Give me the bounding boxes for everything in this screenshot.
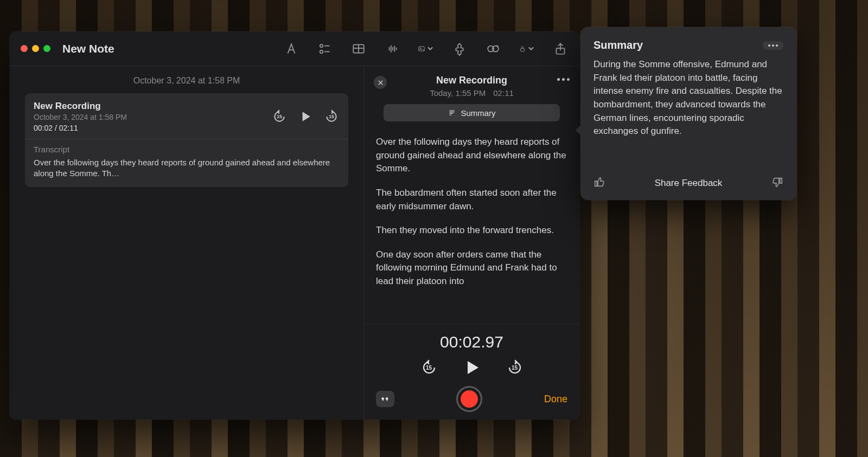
transcript-paragraph: Then they moved into the forward trenche… bbox=[376, 224, 567, 237]
transcript-paragraph: The bobardment often started soon after … bbox=[376, 186, 567, 213]
titlebar: New Note bbox=[10, 31, 579, 66]
recording-title: New Recording bbox=[34, 101, 271, 112]
skip-forward-15-button[interactable]: 15 bbox=[507, 359, 523, 376]
transcript-label: Transcript bbox=[34, 139, 340, 157]
playback-bar: 00:02.97 15 15 bbox=[364, 324, 579, 420]
skip-back-15-button[interactable]: 15 bbox=[271, 108, 288, 125]
share-icon[interactable] bbox=[552, 41, 569, 57]
thumbs-down-button[interactable] bbox=[771, 176, 783, 190]
recording-subtitle: October 3, 2024 at 1:58 PM bbox=[34, 113, 271, 121]
table-icon[interactable] bbox=[350, 41, 367, 57]
minimize-window-button[interactable] bbox=[32, 45, 39, 52]
panel-more-button[interactable] bbox=[557, 78, 570, 81]
checklist-icon[interactable] bbox=[317, 41, 333, 57]
done-button[interactable]: Done bbox=[544, 394, 567, 405]
recording-card[interactable]: New Recording October 3, 2024 at 1:58 PM… bbox=[25, 93, 348, 187]
recording-elapsed: 00:02 / 02:11 bbox=[34, 124, 271, 132]
thumbs-up-button[interactable] bbox=[593, 176, 605, 190]
link-icon[interactable] bbox=[485, 41, 501, 57]
note-date: October 3, 2024 at 1:58 PM bbox=[25, 76, 348, 86]
window-title: New Note bbox=[62, 42, 114, 55]
lock-icon[interactable] bbox=[519, 41, 535, 57]
zoom-window-button[interactable] bbox=[43, 45, 50, 52]
audio-panel: New Recording Today, 1:55 PM 02:11 Summa… bbox=[363, 66, 579, 420]
share-feedback-button[interactable]: Share Feedback bbox=[655, 178, 723, 189]
traffic-lights bbox=[21, 45, 50, 52]
play-button[interactable] bbox=[297, 108, 314, 125]
close-panel-button[interactable] bbox=[374, 76, 387, 89]
popover-more-button[interactable] bbox=[763, 41, 783, 50]
skip-forward-15-button[interactable]: 15 bbox=[323, 108, 340, 125]
svg-point-0 bbox=[320, 44, 323, 47]
transcript-paragraph: One day soon after orders came that the … bbox=[376, 248, 567, 288]
audio-title: New Recording bbox=[374, 75, 570, 86]
window-body: October 3, 2024 at 1:58 PM New Recording… bbox=[10, 66, 579, 420]
play-button[interactable] bbox=[463, 359, 481, 376]
close-window-button[interactable] bbox=[21, 45, 28, 52]
insert-quote-button[interactable] bbox=[376, 391, 394, 407]
popover-body: During the Somme offensive, Edmund and F… bbox=[593, 58, 783, 138]
toolbar bbox=[283, 41, 569, 57]
audio-date: Today, 1:55 PM bbox=[430, 88, 486, 98]
transcript-paragraph: Over the following days they heard repor… bbox=[376, 136, 567, 176]
transcript-body[interactable]: Over the following days they heard repor… bbox=[364, 127, 579, 324]
popover-title: Summary bbox=[593, 39, 643, 52]
transcript-snippet: Over the following days they heard repor… bbox=[34, 157, 340, 179]
skip-back-15-button[interactable]: 15 bbox=[421, 359, 437, 376]
audio-length: 02:11 bbox=[493, 88, 514, 98]
svg-point-1 bbox=[320, 50, 323, 53]
summary-popover: Summary During the Somme offensive, Edmu… bbox=[580, 27, 796, 200]
summary-button[interactable]: Summary bbox=[384, 104, 560, 121]
playback-time: 00:02.97 bbox=[376, 333, 567, 351]
record-button[interactable] bbox=[456, 386, 482, 412]
notes-window: New Note October 3, 2024 at 1:58 PM bbox=[10, 31, 579, 420]
format-icon[interactable] bbox=[283, 41, 299, 57]
audio-wave-icon[interactable] bbox=[384, 41, 400, 57]
svg-rect-7 bbox=[521, 48, 525, 51]
shape-icon[interactable] bbox=[451, 41, 468, 57]
note-content-area: October 3, 2024 at 1:58 PM New Recording… bbox=[10, 66, 363, 420]
image-insert-icon[interactable] bbox=[418, 41, 434, 57]
